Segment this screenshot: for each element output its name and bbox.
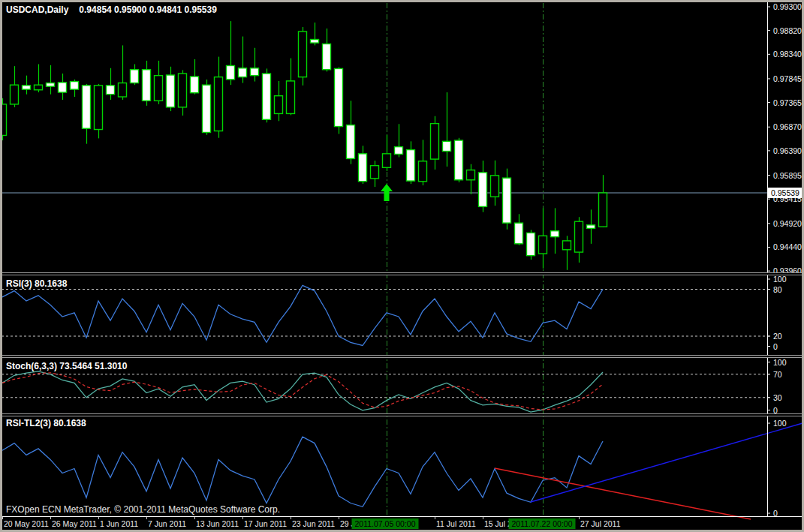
candle-body (491, 176, 499, 197)
candle-body (191, 77, 199, 93)
candle-body (455, 140, 463, 180)
candle-body (323, 44, 331, 69)
rsi-tl2-indicator-label: RSI-TL2(3) 80.1638 (6, 418, 86, 428)
candle-body (335, 68, 343, 126)
candle-body (563, 241, 571, 250)
window-border-left (0, 0, 2, 532)
candle-body (107, 86, 115, 95)
candle-body (35, 85, 43, 90)
price-axis-label: 0.97845 (773, 75, 802, 83)
stoch-main-line (2, 371, 603, 412)
indicator-scale-label: 100 (773, 359, 787, 367)
candle-body (59, 83, 67, 92)
time-axis-label: 23 Jun 2011 (292, 519, 335, 528)
price-axis-label: 0.96390 (773, 147, 802, 155)
candle-body (263, 74, 271, 119)
time-axis-label: 1 Jun 2011 (100, 519, 138, 528)
candle-body (95, 86, 103, 130)
time-axis-label: 11 Jul 2011 (436, 519, 476, 528)
candle-body (251, 68, 259, 76)
candle-body (395, 147, 403, 155)
time-axis-divider (0, 516, 804, 517)
candle-body (179, 74, 187, 107)
indicator-scale-label: 30 (773, 394, 782, 402)
pane-separator[interactable] (0, 413, 804, 416)
candle-body (23, 86, 31, 89)
candle-body (503, 178, 511, 223)
candle-body (155, 76, 163, 101)
price-axis-label: 0.94440 (773, 243, 802, 251)
pane-separator[interactable] (0, 272, 804, 275)
candle-body (383, 154, 391, 167)
candle-body (443, 141, 451, 151)
chart-canvas[interactable] (0, 0, 804, 532)
current-price-label: 0.95539 (768, 188, 804, 198)
candle-body (551, 231, 559, 237)
candle-body (275, 96, 283, 114)
price-axis-label: 0.94920 (773, 220, 802, 228)
rsi-indicator-label: RSI(3) 80.1638 (6, 278, 67, 289)
candle-body (215, 77, 223, 131)
candle-body (419, 161, 427, 182)
ascending-trendline (531, 423, 802, 502)
candle-body (143, 70, 151, 101)
candle-body (311, 40, 319, 44)
candle-body (479, 173, 487, 206)
price-axis-label: 0.97365 (773, 99, 802, 107)
candle-body (347, 125, 355, 159)
time-axis-label: 26 May 2011 (52, 519, 97, 528)
candle-body (515, 223, 523, 244)
candle-body (467, 170, 475, 180)
indicator-scale-label: 100 (773, 275, 787, 284)
indicator-scale-label: 70 (773, 371, 782, 379)
candle-body (527, 233, 535, 255)
candle-body (431, 124, 439, 159)
candle-body (575, 221, 583, 252)
candle-body (83, 86, 91, 128)
indicator-scale-label: 0 (773, 343, 778, 351)
candle-body (71, 82, 79, 90)
pane-separator[interactable] (0, 355, 804, 358)
price-axis-label: 0.98820 (773, 27, 802, 35)
chart-symbol-timeframe: USDCAD,Daily (6, 5, 68, 15)
stoch-signal-line (2, 373, 603, 410)
time-axis-label: 20 May 2011 (4, 519, 49, 528)
chart-title: USDCAD,Daily0.94854 0.95900 0.94841 0.95… (6, 5, 227, 15)
indicator-scale-label: 80 (773, 286, 782, 294)
descending-trendline (495, 468, 751, 519)
stoch-indicator-label: Stoch(6,3,3) 73.5464 51.3010 (6, 361, 127, 371)
price-axis-label: 0.98340 (773, 50, 802, 59)
indicator-scale-label: 100 (773, 419, 787, 428)
candle-body (131, 70, 139, 83)
candle-body (587, 225, 595, 229)
candle-body (539, 236, 547, 254)
price-axis-label: 0.95895 (773, 172, 802, 180)
indicator-scale-label: 20 (773, 332, 782, 341)
mt4-chart-window: USDCAD,Daily0.94854 0.95900 0.94841 0.95… (0, 0, 804, 532)
price-axis-divider (767, 2, 768, 516)
candle-body (407, 150, 415, 182)
candle-body (299, 32, 307, 77)
candle-body (47, 83, 55, 87)
price-axis-label: 0.99300 (773, 3, 802, 11)
candle-body (287, 81, 295, 114)
candle-body (119, 83, 127, 97)
candle-body (11, 85, 19, 104)
time-axis-label: 17 Jun 2011 (244, 519, 287, 528)
time-axis-label: 13 Jun 2011 (196, 519, 239, 528)
candle-body (599, 193, 607, 227)
highlighted-timestamp: 2011.07.05 00:00 (352, 518, 419, 529)
price-axis-label: 0.96870 (773, 123, 802, 131)
highlighted-timestamp: 2011.07.22 00:00 (509, 518, 576, 529)
time-axis-label: 7 Jun 2011 (148, 519, 186, 528)
chart-ohlc-readout: 0.94854 0.95900 0.94841 0.95539 (79, 5, 217, 15)
time-axis-label: 27 Jul 2011 (580, 519, 621, 528)
buy-arrow-icon (381, 184, 393, 201)
window-border-top (0, 0, 804, 2)
candle-body (371, 166, 379, 179)
candle-body (203, 85, 211, 132)
candle-body (227, 65, 235, 79)
candle-body (239, 68, 247, 77)
copyright-text: FXOpen ECN MetaTrader, © 2001-2011 MetaQ… (6, 504, 280, 515)
candle-body (359, 154, 367, 182)
